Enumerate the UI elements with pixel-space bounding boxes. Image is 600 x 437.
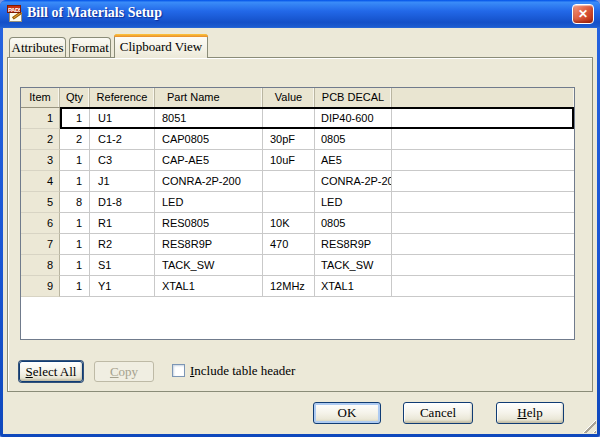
table-row[interactable]: 2 2 C1-2 CAP0805 30pF 0805 — [21, 129, 574, 150]
qty-cell: 1 — [60, 150, 90, 171]
reference-cell: J1 — [90, 171, 155, 192]
tab-format[interactable]: Format — [69, 37, 111, 58]
pads-badge-text: PADS — [7, 5, 21, 13]
row-number-cell: 7 — [21, 234, 60, 255]
column-header-part-name[interactable]: Part Name — [155, 88, 263, 107]
bom-table: Item Qty Reference Part Name Value PCB D… — [20, 87, 575, 340]
ok-button[interactable]: OK — [313, 402, 381, 424]
select-all-button[interactable]: Select All — [19, 361, 83, 382]
qty-cell: 1 — [60, 276, 90, 297]
qty-cell: 1 — [60, 171, 90, 192]
window-title: Bill of Materials Setup — [27, 5, 162, 21]
bill-of-materials-dialog: PADS Bill of Materials Setup ✕ Attribute… — [0, 0, 600, 437]
value-cell: 12MHz — [263, 276, 315, 297]
row-number-cell: 1 — [21, 108, 60, 129]
table-row[interactable]: 4 1 J1 CONRA-2P-200 CONRA-2P-200 — [21, 171, 574, 192]
table-row[interactable]: 1 1 U1 8051 DIP40-600 — [21, 108, 574, 129]
qty-cell: 1 — [60, 234, 90, 255]
table-row[interactable]: 7 1 R2 RES8R9P 470 RES8R9P — [21, 234, 574, 255]
reference-cell: D1-8 — [90, 192, 155, 213]
include-table-header-label[interactable]: Include table header — [190, 363, 295, 379]
value-cell — [263, 192, 315, 213]
reference-cell: S1 — [90, 255, 155, 276]
qty-cell: 1 — [60, 213, 90, 234]
close-icon[interactable]: ✕ — [572, 4, 594, 24]
table-row[interactable]: 6 1 R1 RES0805 10K 0805 — [21, 213, 574, 234]
blank-cell — [392, 213, 574, 234]
part-name-cell: TACK_SW — [155, 255, 263, 276]
part-name-cell: RES8R9P — [155, 234, 263, 255]
include-table-header-checkbox[interactable] — [172, 364, 185, 377]
reference-cell: C1-2 — [90, 129, 155, 150]
reference-cell: R1 — [90, 213, 155, 234]
row-number-cell: 6 — [21, 213, 60, 234]
reference-cell: C3 — [90, 150, 155, 171]
row-number-cell: 3 — [21, 150, 60, 171]
reference-cell: U1 — [90, 108, 155, 129]
part-name-cell: RES0805 — [155, 213, 263, 234]
value-cell — [263, 171, 315, 192]
row-number-cell: 2 — [21, 129, 60, 150]
column-header-item[interactable]: Item — [21, 88, 60, 107]
blank-cell — [392, 108, 574, 129]
table-body: 1 1 U1 8051 DIP40-600 2 2 C1-2 CAP0805 3… — [21, 108, 574, 297]
pcb-decal-cell: AE5 — [315, 150, 392, 171]
blank-cell — [392, 150, 574, 171]
blank-cell — [392, 171, 574, 192]
part-name-cell: XTAL1 — [155, 276, 263, 297]
column-header-blank — [392, 88, 574, 107]
titlebar[interactable]: PADS Bill of Materials Setup ✕ — [0, 0, 600, 28]
part-name-cell: CAP-AE5 — [155, 150, 263, 171]
copy-button[interactable]: Copy — [94, 361, 154, 382]
part-name-cell: 8051 — [155, 108, 263, 129]
pcb-decal-cell: DIP40-600 — [315, 108, 392, 129]
table-row[interactable]: 3 1 C3 CAP-AE5 10uF AE5 — [21, 150, 574, 171]
value-cell — [263, 255, 315, 276]
reference-cell: R2 — [90, 234, 155, 255]
row-number-cell: 4 — [21, 171, 60, 192]
table-row[interactable]: 5 8 D1-8 LED LED — [21, 192, 574, 213]
column-header-value[interactable]: Value — [263, 88, 315, 107]
column-header-qty[interactable]: Qty — [60, 88, 90, 107]
value-cell: 30pF — [263, 129, 315, 150]
value-cell: 10K — [263, 213, 315, 234]
table-header-row: Item Qty Reference Part Name Value PCB D… — [21, 88, 574, 108]
value-cell: 10uF — [263, 150, 315, 171]
reference-cell: Y1 — [90, 276, 155, 297]
cancel-button[interactable]: Cancel — [403, 402, 473, 424]
row-number-cell: 5 — [21, 192, 60, 213]
part-name-cell: CAP0805 — [155, 129, 263, 150]
value-cell: 470 — [263, 234, 315, 255]
row-number-cell: 9 — [21, 276, 60, 297]
tab-clipboard-view[interactable]: Clipboard View — [114, 34, 208, 58]
qty-cell: 8 — [60, 192, 90, 213]
blank-cell — [392, 276, 574, 297]
pcb-decal-cell: LED — [315, 192, 392, 213]
table-row[interactable]: 8 1 S1 TACK_SW TACK_SW — [21, 255, 574, 276]
blank-cell — [392, 192, 574, 213]
blank-cell — [392, 234, 574, 255]
pcb-decal-cell: TACK_SW — [315, 255, 392, 276]
qty-cell: 1 — [60, 108, 90, 129]
help-button[interactable]: Help — [496, 402, 564, 424]
value-cell — [263, 108, 315, 129]
blank-cell — [392, 255, 574, 276]
column-header-pcb-decal[interactable]: PCB DECAL — [315, 88, 392, 107]
blank-cell — [392, 129, 574, 150]
row-number-cell: 8 — [21, 255, 60, 276]
tab-attributes[interactable]: Attributes — [9, 37, 66, 58]
part-name-cell: CONRA-2P-200 — [155, 171, 263, 192]
qty-cell: 2 — [60, 129, 90, 150]
pcb-decal-cell: 0805 — [315, 213, 392, 234]
pcb-decal-cell: 0805 — [315, 129, 392, 150]
pcb-decal-cell: XTAL1 — [315, 276, 392, 297]
table-row[interactable]: 9 1 Y1 XTAL1 12MHz XTAL1 — [21, 276, 574, 297]
pads-logo-icon: PADS — [7, 5, 24, 22]
pcb-decal-cell: RES8R9P — [315, 234, 392, 255]
part-name-cell: LED — [155, 192, 263, 213]
qty-cell: 1 — [60, 255, 90, 276]
pcb-decal-cell: CONRA-2P-200 — [315, 171, 392, 192]
column-header-reference[interactable]: Reference — [90, 88, 155, 107]
